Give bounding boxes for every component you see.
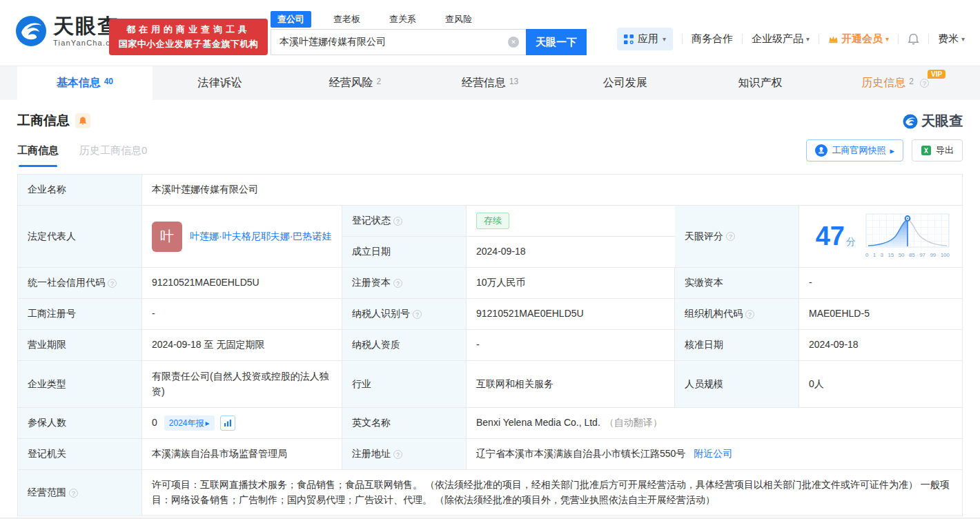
annual-report-badge[interactable]: 2024年报 ▸ [164, 415, 215, 431]
question-icon[interactable]: ? [393, 217, 402, 226]
business-scope-value: 许可项目：互联网直播技术服务；食品销售；食品互联网销售。 （依法须经批准的项目，… [142, 470, 962, 516]
field-label: 行业 [342, 361, 467, 408]
field-label: 法定代表人 [18, 206, 142, 268]
industry-value: 互联网和相关服务 [467, 361, 675, 408]
legal-rep-link[interactable]: 叶莲娜·叶夫格尼耶夫娜·巴热诺娃 [190, 229, 331, 244]
reg-capital-value: 10万人民币 [467, 268, 675, 299]
search-button[interactable]: 天眼一下 [526, 29, 587, 55]
official-snapshot-button[interactable]: 工商官网快照 ▸ [806, 139, 903, 161]
tab-history-info[interactable]: VIP 历史信息2 ? [827, 66, 963, 100]
business-term-value: 2024-09-18 至 无固定期限 [142, 330, 342, 361]
search-tab-risk[interactable]: 查风险 [438, 11, 479, 28]
subtab-business-info[interactable]: 工商信息 [17, 144, 59, 167]
tianyancha-watermark: 天眼查 [903, 112, 963, 130]
crown-icon [828, 35, 839, 43]
credit-code-value: 91210521MAE0EHLD5U [142, 268, 342, 299]
field-label: 企业名称 [18, 175, 142, 206]
approval-date-value: 2024-09-18 [799, 330, 962, 361]
promo-banner: 都在用的商业查询工具 国家中小企业发展子基金旗下机构 [109, 19, 268, 55]
field-label: 经营范围? [18, 470, 142, 516]
export-button[interactable]: 导出 [912, 139, 963, 161]
banner-line1: 都在用的商业查询工具 [115, 23, 262, 36]
stamp-icon [815, 144, 827, 157]
tab-basic-info[interactable]: 基本信息40 [17, 66, 153, 100]
search-tab-boss[interactable]: 查老板 [326, 11, 367, 28]
avatar[interactable]: 叶 [152, 222, 182, 252]
table-row: 工商注册号 - 纳税人识别号? 91210521MAE0EHLD5U 组织机构代… [18, 299, 962, 330]
subtab-history-business-info[interactable]: 历史工商信息0 [79, 144, 147, 167]
search-tab-company[interactable]: 查公司 [271, 11, 311, 28]
vip-badge: VIP [928, 70, 945, 79]
score-distribution-chart: 0131550859799100 [865, 213, 950, 260]
caret-down-icon: ▾ [663, 35, 666, 43]
nav-business-cooperation[interactable]: 商务合作 [692, 32, 733, 46]
nav-open-membership[interactable]: 开通会员 ▾ [828, 32, 889, 46]
eye-logo-icon [903, 114, 918, 129]
excel-icon [921, 145, 932, 156]
field-label: 核准日期 [675, 330, 799, 361]
question-icon[interactable]: ? [393, 450, 402, 459]
field-label: 注册地址? [342, 439, 467, 470]
search-tab-relation[interactable]: 查关系 [382, 11, 423, 28]
status-badge: 存续 [476, 213, 509, 229]
trend-chart-icon[interactable] [220, 415, 235, 431]
tab-intellectual-property[interactable]: 知识产权 [693, 66, 828, 100]
english-name-value: Benxi Yelena Media Co., Ltd. [476, 415, 600, 431]
monitor-bell-icon[interactable] [75, 113, 90, 128]
nav-enterprise-products[interactable]: 企业级产品 ▾ [752, 32, 810, 46]
table-row: 企业名称 本溪叶莲娜传媒有限公司 [18, 175, 962, 206]
nearby-companies-link[interactable]: 附近公司 [694, 447, 732, 462]
question-icon[interactable]: ? [726, 232, 735, 241]
clear-icon[interactable]: ✕ [508, 37, 519, 48]
score-cell[interactable]: 47分 [799, 206, 962, 268]
field-label: 纳税人资质 [342, 330, 467, 361]
business-info-table: 企业名称 本溪叶莲娜传媒有限公司 法定代表人 叶 叶莲娜·叶夫格尼耶夫娜·巴热诺… [17, 174, 963, 516]
reg-address-value: 辽宁省本溪市本溪满族自治县小市镇长江路550号 [476, 447, 685, 462]
question-icon[interactable]: ? [920, 79, 929, 88]
field-label: 登记机关 [18, 439, 142, 470]
company-type-value: 有限责任公司(自然人投资或控股的法人独资) [142, 361, 342, 408]
insured-count-cell: 0 2024年报 ▸ [142, 408, 342, 439]
arrow-right-icon: ▸ [890, 146, 894, 156]
notification-bell-icon[interactable] [908, 33, 919, 46]
tab-legal-proceedings[interactable]: 法律诉讼 [153, 66, 288, 100]
est-date-value: 2024-09-18 [467, 237, 675, 268]
table-row: 企业类型 有限责任公司(自然人投资或控股的法人独资) 行业 互联网和相关服务 人… [18, 361, 962, 408]
question-icon[interactable]: ? [393, 279, 402, 288]
reg-address-cell: 辽宁省本溪市本溪满族自治县小市镇长江路550号 附近公司 [467, 439, 962, 470]
english-name-cell: Benxi Yelena Media Co., Ltd. （自动翻译） [467, 408, 962, 439]
insured-count-value: 0 [152, 415, 157, 431]
field-label: 登记状态 ? [342, 206, 467, 237]
question-icon[interactable]: ? [69, 489, 78, 498]
tab-operating-info[interactable]: 经营信息13 [422, 66, 558, 100]
divider [682, 34, 683, 44]
taxpayer-id-value: 91210521MAE0EHLD5U [467, 299, 675, 330]
tab-company-development[interactable]: 公司发展 [558, 66, 693, 100]
tianyancha-logo[interactable]: 天眼查 TianYanCha.com [15, 15, 123, 47]
chart-x-ticks: 0131550859799100 [865, 251, 950, 260]
divider [819, 34, 819, 44]
field-label: 人员规模 [675, 361, 799, 408]
question-icon[interactable]: ? [745, 310, 754, 319]
caret-down-icon: ▾ [885, 35, 889, 43]
reg-authority-value: 本溪满族自治县市场监督管理局 [142, 439, 342, 470]
reg-number-value: - [142, 299, 342, 330]
company-name-value: 本溪叶莲娜传媒有限公司 [142, 175, 962, 206]
field-label: 纳税人识别号? [342, 299, 467, 330]
nav-username[interactable]: 费米 ▾ [938, 32, 965, 46]
field-label: 企业类型 [18, 361, 142, 408]
table-row: 登记机关 本溪满族自治县市场监督管理局 注册地址? 辽宁省本溪市本溪满族自治县小… [18, 439, 962, 470]
apps-menu-button[interactable]: 应用 ▾ [617, 28, 673, 50]
question-icon[interactable]: ? [108, 279, 117, 288]
search-area: 查公司 查老板 查关系 查风险 ✕ 天眼一下 [271, 11, 587, 55]
grid-icon [624, 35, 634, 44]
field-label: 天眼评分 ? [675, 206, 799, 268]
field-label: 统一社会信用代码? [18, 268, 142, 299]
question-icon[interactable]: ? [413, 310, 422, 319]
tab-operating-risk[interactable]: 经营风险2 [287, 66, 422, 100]
search-input[interactable] [271, 29, 526, 55]
field-label: 英文名称 [342, 408, 467, 439]
field-label: 注册资本? [342, 268, 467, 299]
caret-down-icon: ▾ [806, 35, 810, 43]
arrow-right-icon: ▸ [206, 417, 210, 430]
